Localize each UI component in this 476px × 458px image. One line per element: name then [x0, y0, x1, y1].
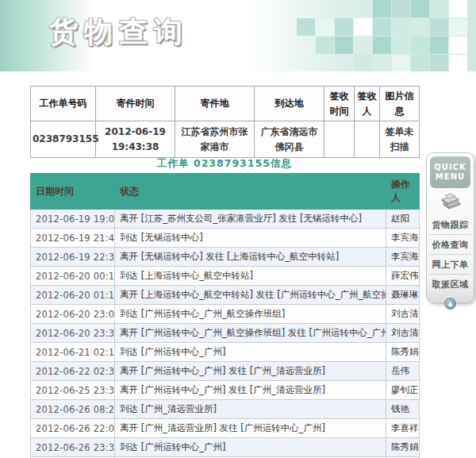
mosaic-square [392, 37, 410, 54]
tracking-operator-cell: 薛宏伟 [386, 267, 420, 286]
tracking-row: 2012-06-20 23:00:00到达 [广州运转中心_广州_航空操作班组]… [31, 305, 420, 324]
scroll-top-button[interactable]: ▲ [444, 298, 456, 310]
mosaic-square [430, 37, 448, 54]
tracking-date-cell: 2012-06-26 08:25:24 [31, 400, 115, 419]
tracking-status-cell: 到达 [广州运转中心_广州] [115, 438, 386, 457]
tracking-header-row: 日期时间 状态 操作人 [31, 174, 420, 210]
header-signer: 签收人 [355, 87, 380, 121]
header-destination: 到达地 [255, 87, 324, 121]
tracking-row: 2012-06-20 00:16:52到达 [上海运转中心_航空中转站]薛宏伟 [31, 267, 420, 286]
mosaic-square [411, 37, 429, 54]
quick-menu-item-2[interactable]: 网上下单 [430, 255, 470, 275]
tracking-operator-cell: 刘吉清 [386, 305, 420, 324]
tracking-status-cell: 离开 [广州运转中心_广州] 发往 [广州_清远营业所] [115, 381, 386, 400]
order-no-value: 0238793155 [31, 121, 96, 158]
tracking-operator-cell: 李喜祥 [386, 419, 420, 438]
tracking-date-cell: 2012-06-20 00:16:52 [31, 267, 115, 286]
quick-menu-keypad-icon [430, 188, 470, 215]
tracking-operator-cell: 聂琳琳 [386, 286, 420, 305]
tracking-date-cell: 2012-06-20 23:30:00 [31, 324, 115, 343]
quick-menu-items: 货物跟踪价格查询网上下单取派区域 [430, 215, 470, 294]
mosaic-square [373, 18, 391, 36]
tracking-date-cell: 2012-06-26 22:02:19 [31, 419, 115, 438]
mosaic-square [392, 0, 410, 17]
tracking-status-cell: 离开 [无锡运转中心] 发往 [上海运转中心_航空中转站] [115, 248, 386, 267]
tracking-row: 2012-06-25 23:36:29离开 [广州运转中心_广州] 发往 [广州… [31, 381, 420, 400]
mosaic-square [354, 55, 372, 71]
page-banner: 货物查询 [0, 0, 476, 71]
tracking-row: 2012-06-20 01:17:47离开 [上海运转中心_航空中转站] 发往 … [31, 286, 420, 305]
mosaic-square [373, 0, 391, 17]
quick-menu-title-line1: QUICK [434, 163, 466, 172]
mosaic-square [297, 18, 315, 36]
quick-menu-item-1[interactable]: 价格查询 [430, 235, 470, 255]
tracking-row: 2012-06-22 02:33:37离开 [广州运转中心_广州] 发往 [广州… [31, 362, 420, 381]
send-time-value: 2012-06-19 19:43:38 [96, 121, 175, 158]
tracking-status-cell: 到达 [上海运转中心_航空中转站] [115, 267, 386, 286]
tracking-date-cell: 2012-06-19 22:32:17 [31, 248, 115, 267]
tracking-date-cell: 2012-06-20 01:17:47 [31, 286, 115, 305]
tracking-operator-cell: 陈秀娟 [386, 438, 420, 457]
tracking-row: 2012-06-26 23:37:00到达 [广州运转中心_广州]陈秀娟 [31, 438, 420, 457]
banner-mosaic-decoration [278, 0, 476, 71]
header-datetime: 日期时间 [31, 174, 115, 210]
tracking-operator-cell: 陈秀娟 [386, 343, 420, 362]
header-image-info: 图片信息 [380, 87, 420, 121]
tracking-status-cell: 到达 [广州运转中心_广州] [115, 343, 386, 362]
quick-menu-item-3[interactable]: 取派区域 [430, 275, 470, 294]
mosaic-square [373, 37, 391, 54]
mosaic-square [335, 37, 353, 54]
tracking-status-cell: 离开 [江苏_苏州支公司_张家港营业厅] 发往 [无锡运转中心] [115, 210, 386, 229]
tracking-date-cell: 2012-06-26 23:37:00 [31, 438, 115, 457]
mosaic-square [411, 55, 429, 71]
image-info-value: 签单未扫描 [380, 121, 420, 158]
destination-value: 广东省清远市佛冈县 [255, 121, 324, 158]
signer-value [355, 121, 380, 158]
tracking-operator-cell: 赵阳 [386, 210, 420, 229]
tracking-row: 2012-06-20 23:30:00离开 [广州运转中心_广州_航空操作班组]… [31, 324, 420, 343]
quick-menu-item-0[interactable]: 货物跟踪 [430, 215, 470, 235]
keypad-icon [439, 192, 463, 211]
tracking-operator-cell: 廖钊正 [386, 381, 420, 400]
tracking-history-table: 日期时间 状态 操作人 2012-06-19 19:07:05离开 [江苏_苏州… [30, 173, 420, 458]
tracking-date-cell: 2012-06-20 23:00:00 [31, 305, 115, 324]
mosaic-square [430, 18, 448, 36]
mosaic-square [316, 37, 334, 54]
mosaic-square [449, 18, 467, 36]
order-info-title: 工作单 0238793155信息 [30, 157, 419, 171]
tracking-row: 2012-06-21 02:14:46到达 [广州运转中心_广州]陈秀娟 [31, 343, 420, 362]
mosaic-square [354, 18, 372, 36]
header-sign-time: 签收时间 [324, 87, 355, 121]
tracking-status-cell: 离开 [上海运转中心_航空中转站] 发往 [广州运转中心_广州_航空操作班组] [115, 286, 386, 305]
tracking-date-cell: 2012-06-19 19:07:05 [31, 210, 115, 229]
tracking-status-cell: 到达 [无锡运转中心] [115, 229, 386, 248]
origin-value: 江苏省苏州市张家港市 [175, 121, 255, 158]
mosaic-square [392, 18, 410, 36]
mosaic-square [449, 55, 467, 71]
mosaic-square [449, 37, 467, 54]
page-title: 货物查询 [49, 13, 189, 52]
tracking-date-cell: 2012-06-25 23:36:29 [31, 381, 115, 400]
tracking-status-cell: 离开 [广州_清远营业所] 发往 [广州运转中心_广州] [115, 419, 386, 438]
mosaic-square [316, 18, 334, 36]
mosaic-square [392, 55, 410, 71]
cargo-query-page: 货物查询 工作单号码 寄件时间 寄件地 到达地 签收时间 签收人 图片信息 02… [0, 0, 476, 458]
tracking-operator-cell: 李宾海 [386, 248, 420, 267]
tracking-operator-cell: 刘吉清 [386, 324, 420, 343]
header-order-no: 工作单号码 [31, 87, 96, 121]
tracking-operator-cell: 李宾海 [386, 229, 420, 248]
tracking-operator-cell: 钱艳 [386, 400, 420, 419]
mosaic-square [430, 55, 448, 71]
order-summary-table: 工作单号码 寄件时间 寄件地 到达地 签收时间 签收人 图片信息 0238793… [30, 86, 420, 158]
tracking-status-cell: 到达 [广州_清远营业所] [115, 400, 386, 419]
header-status: 状态 [115, 174, 386, 210]
header-send-time: 寄件时间 [96, 87, 175, 121]
mosaic-square [335, 18, 353, 36]
quick-menu-footer: ▲ [430, 294, 470, 312]
tracking-row: 2012-06-19 22:32:17离开 [无锡运转中心] 发往 [上海运转中… [31, 248, 420, 267]
tracking-date-cell: 2012-06-21 02:14:46 [31, 343, 115, 362]
summary-header-row: 工作单号码 寄件时间 寄件地 到达地 签收时间 签收人 图片信息 [31, 87, 420, 121]
tracking-row: 2012-06-26 08:25:24到达 [广州_清远营业所]钱艳 [31, 400, 420, 419]
tracking-operator-cell: 岳伟 [386, 362, 420, 381]
quick-menu-panel: QUICK MENU 货物跟踪价格查询网上下单取派区域 ▲ [426, 152, 474, 303]
